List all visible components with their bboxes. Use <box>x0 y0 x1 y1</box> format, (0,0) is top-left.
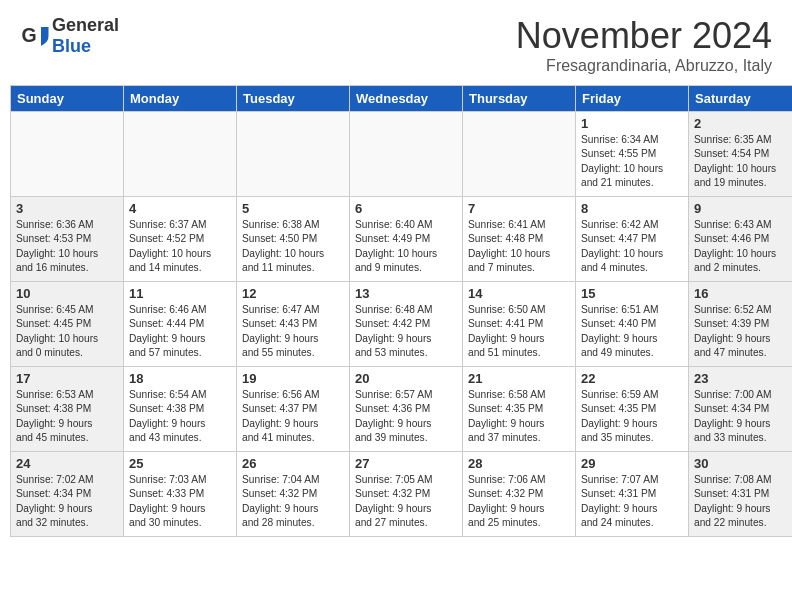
day-number: 17 <box>16 371 118 386</box>
calendar-cell <box>350 112 463 197</box>
day-info: Sunrise: 6:36 AM Sunset: 4:53 PM Dayligh… <box>16 218 118 275</box>
day-info: Sunrise: 6:41 AM Sunset: 4:48 PM Dayligh… <box>468 218 570 275</box>
calendar-cell: 7Sunrise: 6:41 AM Sunset: 4:48 PM Daylig… <box>463 197 576 282</box>
day-number: 4 <box>129 201 231 216</box>
day-info: Sunrise: 7:03 AM Sunset: 4:33 PM Dayligh… <box>129 473 231 530</box>
calendar-cell: 11Sunrise: 6:46 AM Sunset: 4:44 PM Dayli… <box>124 282 237 367</box>
header-saturday: Saturday <box>689 86 793 112</box>
calendar-cell: 27Sunrise: 7:05 AM Sunset: 4:32 PM Dayli… <box>350 452 463 537</box>
day-number: 10 <box>16 286 118 301</box>
week-row-2: 10Sunrise: 6:45 AM Sunset: 4:45 PM Dayli… <box>11 282 793 367</box>
calendar-cell: 21Sunrise: 6:58 AM Sunset: 4:35 PM Dayli… <box>463 367 576 452</box>
day-number: 27 <box>355 456 457 471</box>
calendar-cell: 4Sunrise: 6:37 AM Sunset: 4:52 PM Daylig… <box>124 197 237 282</box>
day-number: 5 <box>242 201 344 216</box>
calendar-cell: 23Sunrise: 7:00 AM Sunset: 4:34 PM Dayli… <box>689 367 793 452</box>
day-info: Sunrise: 6:38 AM Sunset: 4:50 PM Dayligh… <box>242 218 344 275</box>
calendar-cell: 2Sunrise: 6:35 AM Sunset: 4:54 PM Daylig… <box>689 112 793 197</box>
day-info: Sunrise: 6:56 AM Sunset: 4:37 PM Dayligh… <box>242 388 344 445</box>
calendar-cell: 9Sunrise: 6:43 AM Sunset: 4:46 PM Daylig… <box>689 197 793 282</box>
day-number: 11 <box>129 286 231 301</box>
day-number: 1 <box>581 116 683 131</box>
calendar-cell: 20Sunrise: 6:57 AM Sunset: 4:36 PM Dayli… <box>350 367 463 452</box>
calendar-cell <box>124 112 237 197</box>
week-row-1: 3Sunrise: 6:36 AM Sunset: 4:53 PM Daylig… <box>11 197 793 282</box>
calendar-cell: 17Sunrise: 6:53 AM Sunset: 4:38 PM Dayli… <box>11 367 124 452</box>
calendar-cell: 24Sunrise: 7:02 AM Sunset: 4:34 PM Dayli… <box>11 452 124 537</box>
day-info: Sunrise: 6:53 AM Sunset: 4:38 PM Dayligh… <box>16 388 118 445</box>
day-number: 23 <box>694 371 792 386</box>
calendar: Sunday Monday Tuesday Wednesday Thursday… <box>10 85 792 537</box>
week-row-3: 17Sunrise: 6:53 AM Sunset: 4:38 PM Dayli… <box>11 367 793 452</box>
calendar-cell: 25Sunrise: 7:03 AM Sunset: 4:33 PM Dayli… <box>124 452 237 537</box>
day-info: Sunrise: 6:48 AM Sunset: 4:42 PM Dayligh… <box>355 303 457 360</box>
day-number: 22 <box>581 371 683 386</box>
calendar-cell: 14Sunrise: 6:50 AM Sunset: 4:41 PM Dayli… <box>463 282 576 367</box>
day-number: 14 <box>468 286 570 301</box>
day-number: 12 <box>242 286 344 301</box>
day-info: Sunrise: 6:40 AM Sunset: 4:49 PM Dayligh… <box>355 218 457 275</box>
day-info: Sunrise: 6:42 AM Sunset: 4:47 PM Dayligh… <box>581 218 683 275</box>
week-row-0: 1Sunrise: 6:34 AM Sunset: 4:55 PM Daylig… <box>11 112 793 197</box>
day-info: Sunrise: 7:07 AM Sunset: 4:31 PM Dayligh… <box>581 473 683 530</box>
calendar-cell: 5Sunrise: 6:38 AM Sunset: 4:50 PM Daylig… <box>237 197 350 282</box>
location: Fresagrandinaria, Abruzzo, Italy <box>516 57 772 75</box>
page-header: G General Blue November 2024 Fresagrandi… <box>0 0 792 85</box>
day-info: Sunrise: 6:51 AM Sunset: 4:40 PM Dayligh… <box>581 303 683 360</box>
calendar-cell: 6Sunrise: 6:40 AM Sunset: 4:49 PM Daylig… <box>350 197 463 282</box>
day-number: 3 <box>16 201 118 216</box>
calendar-header-row: Sunday Monday Tuesday Wednesday Thursday… <box>11 86 793 112</box>
day-number: 7 <box>468 201 570 216</box>
calendar-cell: 19Sunrise: 6:56 AM Sunset: 4:37 PM Dayli… <box>237 367 350 452</box>
calendar-cell: 30Sunrise: 7:08 AM Sunset: 4:31 PM Dayli… <box>689 452 793 537</box>
day-info: Sunrise: 6:52 AM Sunset: 4:39 PM Dayligh… <box>694 303 792 360</box>
calendar-cell: 29Sunrise: 7:07 AM Sunset: 4:31 PM Dayli… <box>576 452 689 537</box>
day-info: Sunrise: 6:46 AM Sunset: 4:44 PM Dayligh… <box>129 303 231 360</box>
day-number: 8 <box>581 201 683 216</box>
logo: G General Blue <box>20 15 119 57</box>
calendar-cell: 18Sunrise: 6:54 AM Sunset: 4:38 PM Dayli… <box>124 367 237 452</box>
header-tuesday: Tuesday <box>237 86 350 112</box>
day-number: 24 <box>16 456 118 471</box>
calendar-cell: 28Sunrise: 7:06 AM Sunset: 4:32 PM Dayli… <box>463 452 576 537</box>
day-info: Sunrise: 6:54 AM Sunset: 4:38 PM Dayligh… <box>129 388 231 445</box>
day-number: 9 <box>694 201 792 216</box>
logo-general: General <box>52 15 119 36</box>
day-info: Sunrise: 6:59 AM Sunset: 4:35 PM Dayligh… <box>581 388 683 445</box>
calendar-cell: 26Sunrise: 7:04 AM Sunset: 4:32 PM Dayli… <box>237 452 350 537</box>
day-info: Sunrise: 7:08 AM Sunset: 4:31 PM Dayligh… <box>694 473 792 530</box>
day-info: Sunrise: 6:57 AM Sunset: 4:36 PM Dayligh… <box>355 388 457 445</box>
day-info: Sunrise: 6:50 AM Sunset: 4:41 PM Dayligh… <box>468 303 570 360</box>
day-info: Sunrise: 7:06 AM Sunset: 4:32 PM Dayligh… <box>468 473 570 530</box>
day-number: 6 <box>355 201 457 216</box>
day-number: 2 <box>694 116 792 131</box>
calendar-cell: 16Sunrise: 6:52 AM Sunset: 4:39 PM Dayli… <box>689 282 793 367</box>
calendar-cell: 3Sunrise: 6:36 AM Sunset: 4:53 PM Daylig… <box>11 197 124 282</box>
day-number: 25 <box>129 456 231 471</box>
day-info: Sunrise: 6:34 AM Sunset: 4:55 PM Dayligh… <box>581 133 683 190</box>
logo-blue: Blue <box>52 36 119 57</box>
calendar-cell <box>237 112 350 197</box>
day-number: 20 <box>355 371 457 386</box>
day-number: 28 <box>468 456 570 471</box>
calendar-cell: 22Sunrise: 6:59 AM Sunset: 4:35 PM Dayli… <box>576 367 689 452</box>
day-info: Sunrise: 6:43 AM Sunset: 4:46 PM Dayligh… <box>694 218 792 275</box>
day-info: Sunrise: 7:00 AM Sunset: 4:34 PM Dayligh… <box>694 388 792 445</box>
day-info: Sunrise: 6:47 AM Sunset: 4:43 PM Dayligh… <box>242 303 344 360</box>
day-number: 19 <box>242 371 344 386</box>
day-number: 16 <box>694 286 792 301</box>
day-number: 30 <box>694 456 792 471</box>
day-number: 21 <box>468 371 570 386</box>
day-info: Sunrise: 7:05 AM Sunset: 4:32 PM Dayligh… <box>355 473 457 530</box>
calendar-cell <box>11 112 124 197</box>
day-number: 18 <box>129 371 231 386</box>
day-info: Sunrise: 6:37 AM Sunset: 4:52 PM Dayligh… <box>129 218 231 275</box>
title-section: November 2024 Fresagrandinaria, Abruzzo,… <box>516 15 772 75</box>
day-info: Sunrise: 6:45 AM Sunset: 4:45 PM Dayligh… <box>16 303 118 360</box>
calendar-cell: 15Sunrise: 6:51 AM Sunset: 4:40 PM Dayli… <box>576 282 689 367</box>
month-title: November 2024 <box>516 15 772 57</box>
week-row-4: 24Sunrise: 7:02 AM Sunset: 4:34 PM Dayli… <box>11 452 793 537</box>
day-info: Sunrise: 7:02 AM Sunset: 4:34 PM Dayligh… <box>16 473 118 530</box>
day-number: 29 <box>581 456 683 471</box>
day-info: Sunrise: 6:58 AM Sunset: 4:35 PM Dayligh… <box>468 388 570 445</box>
